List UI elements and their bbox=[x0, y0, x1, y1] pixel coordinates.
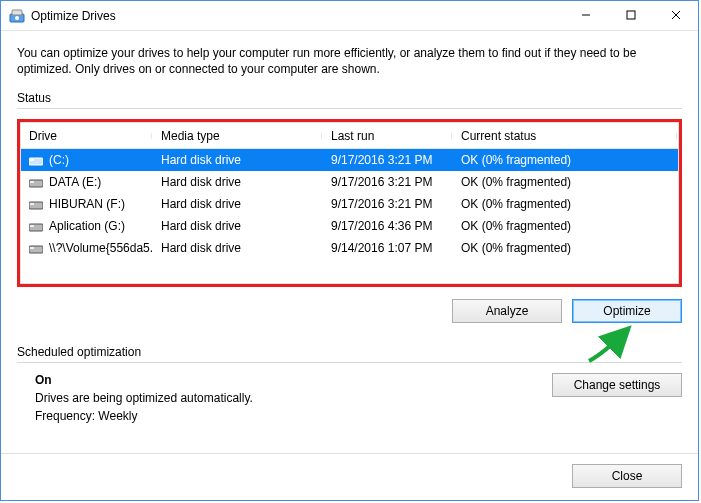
drive-media: Hard disk drive bbox=[153, 175, 323, 189]
minimize-icon bbox=[581, 10, 591, 20]
svg-rect-16 bbox=[30, 247, 34, 249]
svg-point-2 bbox=[15, 16, 19, 20]
svg-rect-12 bbox=[30, 203, 34, 205]
drive-last: 9/17/2016 3:21 PM bbox=[323, 197, 453, 211]
optimize-button[interactable]: Optimize bbox=[572, 299, 682, 323]
drive-icon bbox=[29, 221, 43, 231]
table-row[interactable]: DATA (E:) Hard disk drive 9/17/2016 3:21… bbox=[21, 171, 678, 193]
drive-status: OK (0% fragmented) bbox=[453, 175, 678, 189]
content-area: You can optimize your drives to help you… bbox=[1, 31, 698, 423]
table-row[interactable]: (C:) Hard disk drive 9/17/2016 3:21 PM O… bbox=[21, 149, 678, 171]
scheduled-divider bbox=[17, 362, 682, 363]
change-settings-button[interactable]: Change settings bbox=[552, 373, 682, 397]
drive-media: Hard disk drive bbox=[153, 219, 323, 233]
status-divider bbox=[17, 108, 682, 109]
svg-rect-1 bbox=[12, 10, 22, 15]
window-title: Optimize Drives bbox=[31, 9, 116, 23]
drive-status: OK (0% fragmented) bbox=[453, 153, 678, 167]
svg-rect-10 bbox=[30, 181, 34, 183]
svg-rect-8 bbox=[30, 159, 34, 161]
table-row[interactable]: Aplication (G:) Hard disk drive 9/17/201… bbox=[21, 215, 678, 237]
window-controls bbox=[563, 1, 698, 30]
minimize-button[interactable] bbox=[563, 1, 608, 29]
window: Optimize Drives You can optimize your dr… bbox=[0, 0, 699, 501]
close-dialog-button[interactable]: Close bbox=[572, 464, 682, 488]
app-icon bbox=[9, 8, 25, 24]
drive-status: OK (0% fragmented) bbox=[453, 219, 678, 233]
scheduled-label: Scheduled optimization bbox=[17, 345, 682, 359]
footer: Close bbox=[572, 464, 682, 488]
drive-media: Hard disk drive bbox=[153, 241, 323, 255]
col-drive[interactable]: Drive bbox=[21, 129, 153, 143]
drive-icon bbox=[29, 155, 43, 165]
drive-table-highlight: Drive Media type Last run Current status… bbox=[17, 119, 682, 287]
drive-icon bbox=[29, 243, 43, 253]
drive-name: DATA (E:) bbox=[49, 175, 101, 189]
drive-name: HIBURAN (F:) bbox=[49, 197, 125, 211]
drive-status: OK (0% fragmented) bbox=[453, 197, 678, 211]
close-icon bbox=[671, 10, 681, 20]
drive-last: 9/17/2016 3:21 PM bbox=[323, 153, 453, 167]
drive-last: 9/14/2016 1:07 PM bbox=[323, 241, 453, 255]
col-media[interactable]: Media type bbox=[153, 129, 323, 143]
scheduled-section: Scheduled optimization On Drives are bei… bbox=[17, 345, 682, 423]
drive-media: Hard disk drive bbox=[153, 197, 323, 211]
footer-separator bbox=[1, 453, 698, 454]
drive-table[interactable]: Drive Media type Last run Current status… bbox=[20, 122, 679, 284]
col-status[interactable]: Current status bbox=[453, 129, 678, 143]
col-last[interactable]: Last run bbox=[323, 129, 453, 143]
drive-media: Hard disk drive bbox=[153, 153, 323, 167]
svg-rect-14 bbox=[30, 225, 34, 227]
scheduled-freq: Frequency: Weekly bbox=[35, 409, 682, 423]
analyze-button[interactable]: Analyze bbox=[452, 299, 562, 323]
drive-name: (C:) bbox=[49, 153, 69, 167]
table-header: Drive Media type Last run Current status bbox=[21, 123, 678, 149]
maximize-button[interactable] bbox=[608, 1, 653, 29]
status-label: Status bbox=[17, 91, 682, 105]
drive-name: \\?\Volume{556da5... bbox=[49, 241, 153, 255]
svg-rect-4 bbox=[627, 11, 635, 19]
table-row[interactable]: HIBURAN (F:) Hard disk drive 9/17/2016 3… bbox=[21, 193, 678, 215]
drive-last: 9/17/2016 3:21 PM bbox=[323, 175, 453, 189]
drive-icon bbox=[29, 177, 43, 187]
drive-last: 9/17/2016 4:36 PM bbox=[323, 219, 453, 233]
table-row[interactable]: \\?\Volume{556da5... Hard disk drive 9/1… bbox=[21, 237, 678, 259]
drive-name: Aplication (G:) bbox=[49, 219, 125, 233]
drive-status: OK (0% fragmented) bbox=[453, 241, 678, 255]
action-button-row: Analyze Optimize bbox=[17, 299, 682, 323]
titlebar: Optimize Drives bbox=[1, 1, 698, 31]
description-text: You can optimize your drives to help you… bbox=[17, 45, 682, 77]
drive-icon bbox=[29, 199, 43, 209]
close-button[interactable] bbox=[653, 1, 698, 29]
maximize-icon bbox=[626, 10, 636, 20]
